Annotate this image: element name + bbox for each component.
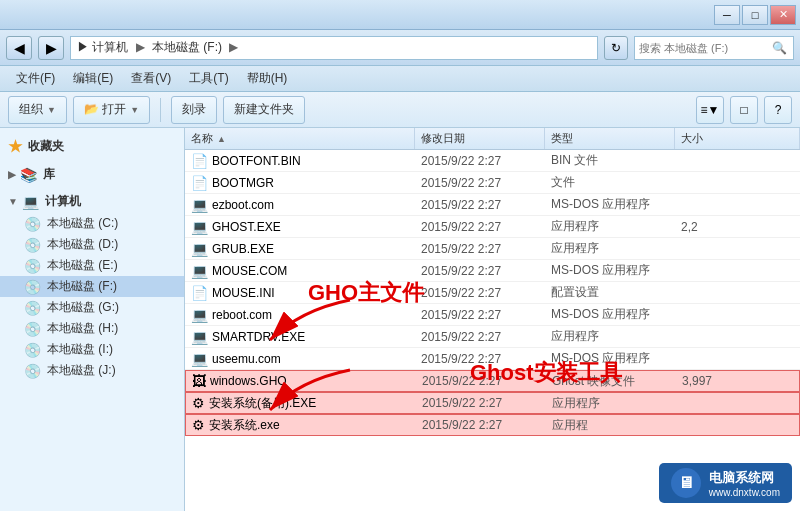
file-name-install: ⚙安装系统.exe bbox=[186, 417, 416, 434]
file-row-bootfont[interactable]: 📄BOOTFONT.BIN 2015/9/22 2:27 BIN 文件 bbox=[185, 150, 800, 172]
file-type-mouse-com: MS-DOS 应用程序 bbox=[545, 262, 675, 279]
drive-i-label: 本地磁盘 (I:) bbox=[47, 341, 113, 358]
drive-e[interactable]: 💿 本地磁盘 (E:) bbox=[0, 255, 184, 276]
menu-view[interactable]: 查看(V) bbox=[123, 68, 179, 89]
drive-j[interactable]: 💿 本地磁盘 (J:) bbox=[0, 360, 184, 381]
minimize-button[interactable]: ─ bbox=[714, 5, 740, 25]
file-icon-bootmgr: 📄 bbox=[191, 175, 208, 191]
file-date-smartdrv: 2015/9/22 2:27 bbox=[415, 330, 545, 344]
file-icon-install: ⚙ bbox=[192, 417, 205, 433]
close-button[interactable]: ✕ bbox=[770, 5, 796, 25]
file-icon-install-backup: ⚙ bbox=[192, 395, 205, 411]
search-input[interactable] bbox=[639, 42, 769, 54]
forward-button[interactable]: ▶ bbox=[38, 36, 64, 60]
col-name-header[interactable]: 名称 ▲ bbox=[185, 128, 415, 149]
computer-label: 计算机 bbox=[45, 193, 81, 210]
file-type-windows-gho: Ghost 映像文件 bbox=[546, 373, 676, 390]
favorites-label: 收藏夹 bbox=[28, 138, 64, 155]
file-row-ezboot[interactable]: 💻ezboot.com 2015/9/22 2:27 MS-DOS 应用程序 bbox=[185, 194, 800, 216]
window-button[interactable]: □ bbox=[730, 96, 758, 124]
menu-edit[interactable]: 编辑(E) bbox=[65, 68, 121, 89]
view-button[interactable]: ≡▼ bbox=[696, 96, 724, 124]
file-row-reboot[interactable]: 💻reboot.com 2015/9/22 2:27 MS-DOS 应用程序 bbox=[185, 304, 800, 326]
file-icon-grub: 💻 bbox=[191, 241, 208, 257]
computer-header[interactable]: ▼ 💻 计算机 bbox=[0, 190, 184, 213]
computer-section: ▼ 💻 计算机 💿 本地磁盘 (C:) 💿 本地磁盘 (D:) 💿 本地磁盘 (… bbox=[0, 190, 184, 381]
menu-file[interactable]: 文件(F) bbox=[8, 68, 63, 89]
search-box: 🔍 bbox=[634, 36, 794, 60]
file-row-smartdrv[interactable]: 💻SMARTDRV.EXE 2015/9/22 2:27 应用程序 bbox=[185, 326, 800, 348]
file-name-smartdrv: 💻SMARTDRV.EXE bbox=[185, 329, 415, 345]
favorites-header[interactable]: ★ 收藏夹 bbox=[0, 134, 184, 159]
help-button[interactable]: ? bbox=[764, 96, 792, 124]
file-row-ghost-exe[interactable]: 💻GHOST.EXE 2015/9/22 2:27 应用程序 2,2 bbox=[185, 216, 800, 238]
library-header[interactable]: ▶ 📚 库 bbox=[0, 163, 184, 186]
file-type-grub: 应用程序 bbox=[545, 240, 675, 257]
file-date-windows-gho: 2015/9/22 2:27 bbox=[416, 374, 546, 388]
library-expand-icon: ▶ bbox=[8, 169, 16, 180]
drive-j-label: 本地磁盘 (J:) bbox=[47, 362, 116, 379]
main-content: ★ 收藏夹 ▶ 📚 库 ▼ 💻 计算机 💿 bbox=[0, 128, 800, 511]
drive-d-icon: 💿 bbox=[24, 237, 41, 253]
file-row-windows-gho[interactable]: 🖼windows.GHO 2015/9/22 2:27 Ghost 映像文件 3… bbox=[185, 370, 800, 392]
file-type-mouse-ini: 配置设置 bbox=[545, 284, 675, 301]
file-date-bootmgr: 2015/9/22 2:27 bbox=[415, 176, 545, 190]
file-row-bootmgr[interactable]: 📄BOOTMGR 2015/9/22 2:27 文件 bbox=[185, 172, 800, 194]
file-name-ghost-exe: 💻GHOST.EXE bbox=[185, 219, 415, 235]
address-path[interactable]: ▶ 计算机 ▶ 本地磁盘 (F:) ▶ bbox=[70, 36, 598, 60]
computer-expand-icon: ▼ bbox=[8, 196, 18, 207]
drive-f[interactable]: 💿 本地磁盘 (F:) bbox=[0, 276, 184, 297]
file-row-install-backup[interactable]: ⚙安装系统(备用).EXE 2015/9/22 2:27 应用程序 bbox=[185, 392, 800, 414]
drive-g-label: 本地磁盘 (G:) bbox=[47, 299, 119, 316]
file-row-mouse-com[interactable]: 💻MOUSE.COM 2015/9/22 2:27 MS-DOS 应用程序 bbox=[185, 260, 800, 282]
drive-e-icon: 💿 bbox=[24, 258, 41, 274]
file-row-grub[interactable]: 💻GRUB.EXE 2015/9/22 2:27 应用程序 bbox=[185, 238, 800, 260]
file-name-bootmgr: 📄BOOTMGR bbox=[185, 175, 415, 191]
new-folder-button[interactable]: 新建文件夹 bbox=[223, 96, 305, 124]
file-row-mouse-ini[interactable]: 📄MOUSE.INI 2015/9/22 2:27 配置设置 bbox=[185, 282, 800, 304]
drive-g-icon: 💿 bbox=[24, 300, 41, 316]
refresh-button[interactable]: ↻ bbox=[604, 36, 628, 60]
menu-bar: 文件(F) 编辑(E) 查看(V) 工具(T) 帮助(H) bbox=[0, 66, 800, 92]
library-label: 库 bbox=[43, 166, 55, 183]
file-name-useemu: 💻useemu.com bbox=[185, 351, 415, 367]
file-icon-mouse-com: 💻 bbox=[191, 263, 208, 279]
file-row-install[interactable]: ⚙安装系统.exe 2015/9/22 2:27 应用程 bbox=[185, 414, 800, 436]
menu-tools[interactable]: 工具(T) bbox=[181, 68, 236, 89]
address-bar: ◀ ▶ ▶ 计算机 ▶ 本地磁盘 (F:) ▶ ↻ 🔍 bbox=[0, 30, 800, 66]
menu-help[interactable]: 帮助(H) bbox=[239, 68, 296, 89]
file-type-smartdrv: 应用程序 bbox=[545, 328, 675, 345]
burn-button[interactable]: 刻录 bbox=[171, 96, 217, 124]
maximize-button[interactable]: □ bbox=[742, 5, 768, 25]
search-icon[interactable]: 🔍 bbox=[769, 41, 789, 55]
file-name-install-backup: ⚙安装系统(备用).EXE bbox=[186, 395, 416, 412]
computer-icon: 💻 bbox=[22, 194, 39, 210]
col-type-header[interactable]: 类型 bbox=[545, 128, 675, 149]
file-date-mouse-ini: 2015/9/22 2:27 bbox=[415, 286, 545, 300]
open-button[interactable]: 📂 打开 ▼ bbox=[73, 96, 150, 124]
favorites-section: ★ 收藏夹 bbox=[0, 134, 184, 159]
file-row-useemu[interactable]: 💻useemu.com 2015/9/22 2:27 MS-DOS 应用程序 bbox=[185, 348, 800, 370]
file-date-ghost-exe: 2015/9/22 2:27 bbox=[415, 220, 545, 234]
sidebar: ★ 收藏夹 ▶ 📚 库 ▼ 💻 计算机 💿 bbox=[0, 128, 185, 511]
drive-f-icon: 💿 bbox=[24, 279, 41, 295]
drive-h[interactable]: 💿 本地磁盘 (H:) bbox=[0, 318, 184, 339]
burn-label: 刻录 bbox=[182, 101, 206, 118]
drive-i[interactable]: 💿 本地磁盘 (I:) bbox=[0, 339, 184, 360]
drive-g[interactable]: 💿 本地磁盘 (G:) bbox=[0, 297, 184, 318]
file-icon-ghost-exe: 💻 bbox=[191, 219, 208, 235]
file-list-container: 名称 ▲ 修改日期 类型 大小 📄BOOTFONT.BIN bbox=[185, 128, 800, 511]
back-button[interactable]: ◀ bbox=[6, 36, 32, 60]
col-size-header[interactable]: 大小 bbox=[675, 128, 800, 149]
col-date-header[interactable]: 修改日期 bbox=[415, 128, 545, 149]
toolbar: 组织 ▼ 📂 打开 ▼ 刻录 新建文件夹 ≡▼ □ ? bbox=[0, 92, 800, 128]
organize-button[interactable]: 组织 ▼ bbox=[8, 96, 67, 124]
organize-dropdown-icon: ▼ bbox=[47, 105, 56, 115]
file-icon-windows-gho: 🖼 bbox=[192, 373, 206, 389]
file-date-grub: 2015/9/22 2:27 bbox=[415, 242, 545, 256]
drive-d[interactable]: 💿 本地磁盘 (D:) bbox=[0, 234, 184, 255]
file-name-windows-gho: 🖼windows.GHO bbox=[186, 373, 416, 389]
file-list: 📄BOOTFONT.BIN 2015/9/22 2:27 BIN 文件 📄BOO… bbox=[185, 150, 800, 511]
drive-c[interactable]: 💿 本地磁盘 (C:) bbox=[0, 213, 184, 234]
drive-c-label: 本地磁盘 (C:) bbox=[47, 215, 118, 232]
